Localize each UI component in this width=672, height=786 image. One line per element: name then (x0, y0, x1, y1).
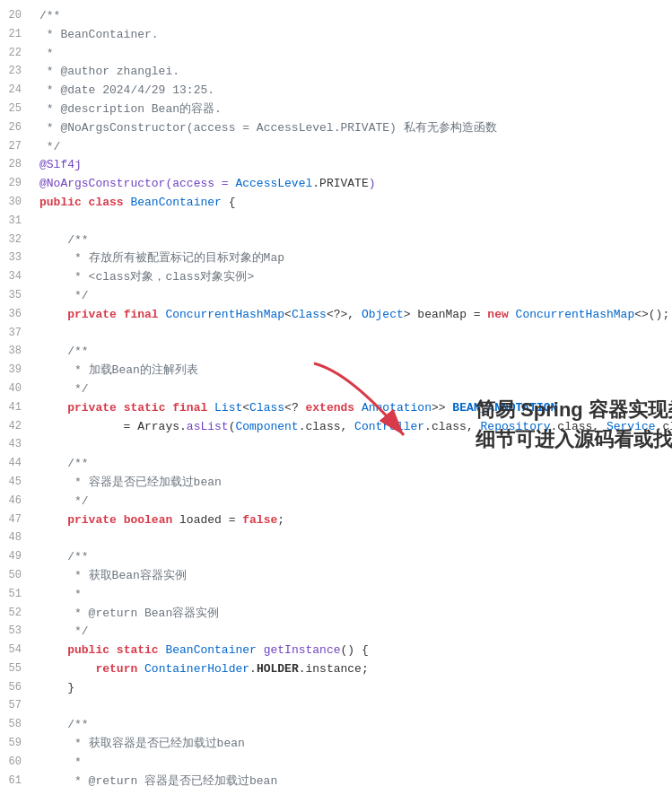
token: Component (235, 420, 298, 433)
line-content: * (32, 586, 672, 605)
line-number: 54 (0, 642, 32, 660)
code-line: 26 * @NoArgsConstructor(access = AccessL… (0, 119, 672, 138)
token: BeanContainer (165, 643, 256, 657)
code-line: 61 * @return 容器是否已经加载过bean (0, 773, 672, 786)
line-number: 32 (0, 231, 32, 250)
token: { (222, 196, 236, 209)
code-line: 30public class BeanContainer { (0, 194, 672, 213)
token: @NoArgsConstructor(access = (39, 177, 235, 190)
token: ConcurrentHashMap (516, 308, 635, 321)
line-number: 60 (0, 754, 32, 773)
line-content: * @return 容器是否已经加载过bean (32, 773, 672, 786)
token: ContainerHolder (144, 662, 249, 676)
token: * @return Bean容器实例 (39, 607, 219, 620)
line-number: 52 (0, 605, 32, 624)
line-number: 53 (0, 623, 32, 642)
code-line: 58 /** (0, 716, 672, 735)
token: private (67, 401, 123, 415)
token: public (67, 643, 117, 657)
code-line: 60 * (0, 754, 672, 773)
token: } (39, 681, 74, 694)
line-number: 46 (0, 493, 32, 511)
code-line: 28@Slf4j (0, 156, 672, 175)
line-number: 20 (0, 7, 32, 26)
token: * @NoArgsConstructor(access = AccessLeve… (39, 121, 497, 135)
token: < (284, 308, 292, 321)
token: <>(); (634, 308, 669, 321)
token: new (487, 308, 515, 321)
token: * @description Bean的容器. (39, 102, 222, 116)
token: */ (39, 382, 89, 396)
line-content: /** (32, 7, 672, 26)
code-line: 23 * @author zhanglei. (0, 63, 672, 82)
line-number: 47 (0, 511, 32, 530)
token (39, 662, 95, 676)
code-line: 33 * 存放所有被配置标记的目标对象的Map (0, 249, 672, 268)
token: () { (341, 643, 369, 657)
code-line: 57 (0, 697, 672, 716)
code-line: 25 * @description Bean的容器. (0, 100, 672, 119)
token: static (117, 643, 166, 657)
token: * (39, 47, 54, 60)
token: Object (362, 308, 404, 321)
code-line: 22 * (0, 45, 672, 64)
token: */ (39, 494, 89, 508)
line-number: 34 (0, 268, 32, 287)
code-line: 45 * 容器是否已经加载过bean (0, 474, 672, 493)
line-content: */ (32, 623, 672, 642)
token: * 存放所有被配置标记的目标对象的Map (39, 251, 284, 265)
code-line: 59 * 获取容器是否已经加载过bean (0, 735, 672, 754)
line-number: 41 (0, 399, 32, 418)
line-content: * 存放所有被配置标记的目标对象的Map (32, 249, 672, 268)
token: class (89, 196, 131, 209)
token: < (242, 401, 249, 415)
line-content: * 容器是否已经加载过bean (32, 474, 672, 493)
line-number: 56 (0, 679, 32, 698)
line-number: 36 (0, 306, 32, 325)
line-number: 29 (0, 175, 32, 194)
code-line: 36 private final ConcurrentHashMap<Class… (0, 306, 672, 325)
line-number: 55 (0, 660, 32, 679)
line-content: /** (32, 716, 672, 735)
token: AccessLevel (235, 177, 312, 190)
line-content: private final ConcurrentHashMap<Class<?>… (32, 306, 672, 325)
code-line: 50 * 获取Bean容器实例 (0, 567, 672, 586)
code-line: 37 (0, 325, 672, 344)
line-number: 27 (0, 138, 32, 157)
line-content: */ (32, 287, 672, 306)
line-content: * @NoArgsConstructor(access = AccessLeve… (32, 119, 672, 138)
token (257, 643, 264, 657)
code-line: 48 (0, 529, 672, 548)
token: loaded = (172, 513, 242, 527)
token: private (67, 513, 123, 527)
line-content: /** (32, 231, 672, 250)
token: */ (39, 289, 89, 302)
token: List (214, 401, 242, 415)
line-content: @Slf4j (32, 156, 672, 175)
token: ConcurrentHashMap (165, 308, 284, 321)
line-content: } (32, 679, 672, 698)
token: * (39, 588, 82, 601)
line-content: return ContainerHolder.HOLDER.instance; (32, 660, 672, 679)
code-line: 32 /** (0, 231, 672, 250)
line-number: 30 (0, 194, 32, 213)
token: * 获取容器是否已经加载过bean (39, 737, 245, 750)
token: boolean (124, 513, 173, 527)
line-content: * @description Bean的容器. (32, 100, 672, 119)
code-line: 49 /** (0, 548, 672, 567)
code-line: 35 */ (0, 287, 672, 306)
line-number: 42 (0, 418, 32, 437)
line-content: * 获取容器是否已经加载过bean (32, 735, 672, 754)
token: .instance; (299, 662, 369, 676)
code-line: 46 */ (0, 493, 672, 511)
token: HOLDER (257, 662, 299, 676)
token: BeanContainer (130, 196, 221, 209)
token (39, 513, 67, 527)
line-content: */ (32, 493, 672, 511)
token: false (242, 513, 277, 527)
code-line: 29@NoArgsConstructor(access = AccessLeve… (0, 175, 672, 194)
token: * 容器是否已经加载过bean (39, 476, 222, 489)
token: /** (39, 718, 89, 731)
line-content (32, 529, 672, 548)
token: @Slf4j (39, 158, 82, 171)
